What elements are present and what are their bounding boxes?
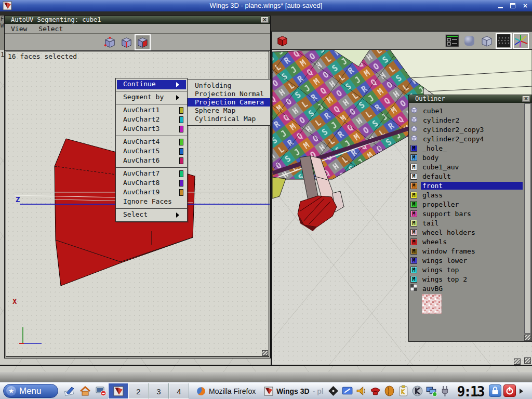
wireframe-icon[interactable]: [480, 34, 494, 48]
floppy-icon[interactable]: [327, 385, 339, 397]
menu-item-auvchart4[interactable]: AuvChart4: [117, 138, 186, 147]
submenu-item-unfolding[interactable]: Unfolding: [188, 82, 270, 90]
outliner-resize-grip[interactable]: [524, 335, 531, 341]
dialog-settings-icon[interactable]: [445, 34, 459, 48]
material-icon: M: [410, 267, 417, 273]
list-item[interactable]: M_hole_: [410, 143, 523, 153]
lock-screen-button[interactable]: [489, 384, 501, 397]
workspace-2[interactable]: 2: [128, 383, 149, 399]
list-item[interactable]: Mwings top: [410, 265, 523, 274]
window-resize-grip[interactable]: [514, 358, 521, 365]
texture-thumbnail[interactable]: [422, 294, 523, 316]
list-item[interactable]: Mdefault: [410, 171, 523, 181]
klipper-icon[interactable]: [397, 385, 409, 397]
menu-view[interactable]: View: [11, 25, 27, 33]
menu-item-auvchart9[interactable]: AuvChart9: [117, 188, 186, 197]
face-select-icon[interactable]: [136, 35, 150, 49]
clock[interactable]: 9:13: [454, 384, 486, 399]
axes-toggle-icon[interactable]: [514, 34, 528, 48]
menu-item-auvchart8[interactable]: AuvChart8: [117, 179, 186, 188]
network-monitors-icon[interactable]: [425, 385, 437, 397]
menu-item-auvchart6[interactable]: AuvChart6: [117, 156, 186, 166]
x-axis-label: X: [12, 297, 17, 305]
menu-separator: [116, 167, 187, 168]
menu-separator: [116, 104, 187, 104]
submenu-item-projection-normal[interactable]: Projection Normal: [188, 90, 270, 98]
partial-toolbar-glyph: W: [0, 22, 4, 29]
menu-item-select[interactable]: Select: [117, 210, 186, 220]
firefox-icon: [196, 387, 206, 396]
menu-item-auvchart7[interactable]: AuvChart7: [117, 169, 186, 179]
submenu-item-sphere-map[interactable]: Sphere Map: [188, 107, 270, 115]
outliner-scrollbar[interactable]: [524, 103, 531, 334]
list-item[interactable]: cube1: [410, 106, 523, 115]
desktop-access-launcher-icon[interactable]: [95, 385, 107, 397]
task-wings3d[interactable]: Wings 3D - pl: [261, 383, 327, 398]
volume-icon[interactable]: [355, 385, 367, 397]
chart-color-swatch: [179, 148, 183, 155]
viewport-resize-grip[interactable]: [524, 357, 531, 364]
title-bar[interactable]: Wings 3D - plane.wings* [auto-saved] ×: [0, 0, 532, 11]
screen-share-icon[interactable]: [341, 385, 353, 397]
edge-select-icon[interactable]: [119, 35, 134, 49]
workspace-4[interactable]: 4: [169, 383, 189, 399]
menu-item-segment-by[interactable]: Segment by: [117, 93, 186, 102]
chart-color-swatch: [179, 126, 183, 132]
list-item-selected[interactable]: Mfront: [410, 181, 523, 190]
face-select-mode-icon[interactable]: [275, 34, 289, 48]
list-item[interactable]: Mwings top 2: [410, 274, 523, 284]
minimize-button[interactable]: [497, 2, 504, 9]
task-firefox[interactable]: Mozilla Firefox: [193, 383, 259, 398]
phone-icon[interactable]: [369, 385, 381, 397]
workspace-3[interactable]: 3: [149, 383, 169, 399]
outliner-close-button[interactable]: ×: [522, 96, 530, 102]
ground-plane-toggle-icon[interactable]: [497, 34, 511, 48]
submenu-item-projection-camera[interactable]: Projection Camera: [188, 98, 270, 107]
list-item[interactable]: Mbody: [410, 153, 523, 162]
list-item[interactable]: Mwheel holders: [410, 228, 523, 237]
list-item[interactable]: cylinder2_copy4: [410, 134, 523, 143]
power-plug-icon[interactable]: [440, 385, 451, 397]
menu-item-continue[interactable]: Continue: [117, 80, 186, 89]
autouv-close-button[interactable]: ×: [261, 17, 269, 23]
list-item[interactable]: Mwings lower: [410, 256, 523, 265]
menu-item-auvchart1[interactable]: AuvChart1: [117, 106, 186, 115]
autouv-resize-grip[interactable]: [262, 350, 268, 356]
list-item[interactable]: auvBG: [410, 284, 523, 293]
home-launcher-icon[interactable]: [79, 385, 91, 397]
tray-expand-arrow-icon[interactable]: [520, 389, 526, 394]
chart-color-swatch: [179, 116, 183, 123]
coffee-icon[interactable]: [383, 385, 395, 397]
list-item[interactable]: Mwindow frames: [410, 246, 523, 256]
kde-menu-button[interactable]: ★ Menu: [3, 384, 58, 398]
menu-item-auvchart3[interactable]: AuvChart3: [117, 125, 186, 134]
list-item[interactable]: Mcube1_auv: [410, 162, 523, 171]
menu-select[interactable]: Select: [38, 25, 63, 33]
list-item[interactable]: Mglass: [410, 190, 523, 200]
close-button[interactable]: ×: [522, 2, 529, 9]
list-item[interactable]: Mwheels: [410, 237, 523, 246]
kde-gear-icon[interactable]: [411, 385, 423, 397]
smooth-shaded-icon[interactable]: [462, 34, 476, 48]
list-item[interactable]: cylinder2: [410, 115, 523, 125]
list-item[interactable]: cylinder2_copy3: [410, 125, 523, 134]
taskbar: ★ Menu 2 3 4 Mozilla Firefox Wings 3D - …: [0, 382, 532, 399]
list-item[interactable]: Mtail: [410, 218, 523, 228]
chart-color-swatch: [179, 180, 183, 187]
menu-item-auvchart5[interactable]: AuvChart5: [117, 147, 186, 156]
vertex-select-icon[interactable]: [103, 35, 117, 49]
outliner-title-bar[interactable]: Outliner ×: [409, 95, 531, 103]
material-icon: M: [410, 164, 417, 170]
list-item[interactable]: Msupport bars: [410, 209, 523, 218]
outliner-window[interactable]: Outliner × cube1 cylinder2 cylinder2_cop…: [408, 95, 532, 342]
menu-item-auvchart2[interactable]: AuvChart2: [117, 115, 186, 125]
workspace-1[interactable]: [108, 383, 128, 399]
submenu-item-cylindrical-map[interactable]: Cylindrical Map: [188, 115, 270, 123]
autouv-title-bar[interactable]: AutoUV Segmenting: cube1 ×: [5, 16, 270, 24]
wings3d-icon: [264, 387, 273, 396]
logout-button[interactable]: [503, 384, 516, 397]
notes-launcher-icon[interactable]: [63, 385, 76, 397]
menu-item-ignore-faces[interactable]: Ignore Faces: [117, 197, 186, 207]
maximize-button[interactable]: [509, 2, 516, 9]
list-item[interactable]: Mpropeller: [410, 200, 523, 209]
